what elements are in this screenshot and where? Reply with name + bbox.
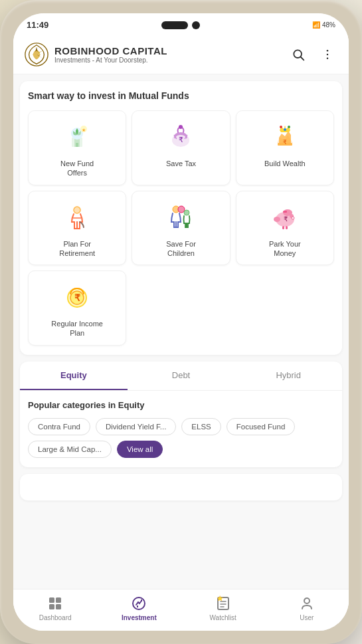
new-fund-icon: ★: [60, 119, 94, 154]
investment-nav-label: Investment: [122, 614, 157, 621]
build-wealth-icon: ₹: [268, 119, 302, 154]
svg-point-19: [288, 126, 290, 128]
svg-rect-32: [283, 211, 287, 213]
user-icon: [298, 595, 316, 612]
retirement-label: Plan ForRetirement: [59, 239, 95, 259]
svg-rect-29: [282, 226, 284, 229]
svg-text:₹: ₹: [284, 215, 288, 223]
status-bar: 11:49 📶 48%: [13, 13, 349, 34]
svg-rect-39: [49, 604, 54, 609]
dashboard-nav-label: Dashboard: [39, 614, 72, 621]
brand-tagline: Investments - At Your Doorstep.: [54, 56, 167, 64]
tag-contra-fund[interactable]: Contra Fund: [28, 418, 90, 435]
park-money-label: Park YourMoney: [269, 239, 301, 259]
svg-point-17: [280, 126, 282, 128]
invest-item-park-money[interactable]: ₹ Park YourMoney: [236, 191, 334, 266]
investment-icon: [130, 595, 147, 612]
tab-debt[interactable]: Debt: [128, 362, 235, 390]
svg-point-20: [74, 207, 80, 213]
battery-text: 48%: [322, 21, 335, 29]
svg-point-31: [292, 217, 294, 219]
svg-point-18: [284, 128, 286, 131]
tag-elss[interactable]: ELSS: [181, 418, 221, 435]
svg-point-3: [327, 50, 329, 52]
svg-text:★: ★: [82, 128, 86, 132]
tag-large-mid-cap[interactable]: Large & Mid Cap...: [28, 441, 112, 458]
svg-text:₹: ₹: [283, 139, 287, 146]
svg-rect-40: [56, 604, 61, 609]
phone-screen: 11:49 📶 48%: [13, 13, 349, 631]
tab-equity[interactable]: Equity: [20, 362, 128, 390]
categories-section: Popular categories in Equity Contra Fund…: [20, 391, 342, 467]
header-text: ROBINHOOD CAPITAL Investments - At Your …: [54, 45, 167, 64]
park-money-icon: ₹: [268, 199, 302, 234]
tab-hybrid[interactable]: Hybrid: [234, 362, 342, 390]
invest-item-children[interactable]: Save ForChildren: [132, 191, 230, 266]
app-logo: [24, 42, 49, 67]
nav-dashboard[interactable]: Dashboard: [13, 595, 97, 621]
main-scroll[interactable]: Smart way to invest in Mutual Funds: [13, 74, 349, 589]
svg-point-14: [179, 125, 183, 129]
dashboard-icon: [46, 595, 64, 612]
watchlist-icon: [215, 595, 232, 612]
new-fund-label: New FundOffers: [60, 159, 94, 178]
build-wealth-label: Build Wealth: [264, 159, 306, 168]
invest-item-build-wealth[interactable]: ₹ Build Wealth: [236, 110, 334, 185]
invest-item-regular-income[interactable]: ₹ Regular IncomePlan: [28, 270, 126, 346]
svg-point-4: [327, 54, 329, 56]
header-actions: [288, 44, 338, 65]
more-options-button[interactable]: [317, 44, 338, 65]
svg-rect-8: [76, 143, 78, 147]
svg-rect-30: [286, 226, 288, 229]
regular-income-icon: ₹: [60, 279, 94, 314]
partial-card: [20, 474, 342, 500]
svg-rect-42: [137, 605, 138, 607]
save-tax-icon: ₹: [163, 119, 198, 154]
svg-text:₹: ₹: [179, 136, 183, 144]
invest-item-new-fund[interactable]: ★ New FundOffers: [28, 110, 126, 185]
watchlist-nav-label: Watchlist: [210, 614, 236, 621]
invest-item-retirement[interactable]: Plan ForRetirement: [28, 191, 126, 266]
tag-view-all[interactable]: View all: [117, 441, 163, 458]
nav-investment[interactable]: Investment: [97, 595, 181, 621]
svg-point-46: [304, 598, 310, 603]
status-center: [161, 21, 200, 29]
retirement-icon: [60, 199, 94, 234]
svg-point-23: [178, 206, 185, 213]
camera-dot: [192, 21, 200, 29]
svg-rect-43: [141, 599, 142, 601]
signal-icon: 📶: [312, 21, 320, 29]
tag-focused-fund[interactable]: Focused Fund: [226, 418, 296, 435]
svg-rect-37: [49, 597, 54, 603]
smart-invest-title: Smart way to invest in Mutual Funds: [28, 90, 334, 101]
brand-name: ROBINHOOD CAPITAL: [54, 45, 167, 56]
svg-point-5: [327, 58, 329, 60]
invest-grid: ★ New FundOffers ₹: [28, 110, 334, 346]
save-tax-label: Save Tax: [166, 159, 196, 168]
svg-rect-38: [56, 597, 61, 603]
pill-indicator: [161, 21, 188, 29]
svg-line-2: [301, 57, 304, 60]
tag-dividend-yield[interactable]: Dividend Yield F...: [96, 418, 176, 435]
svg-text:₹: ₹: [74, 292, 80, 303]
user-nav-label: User: [300, 614, 314, 621]
app-header: ROBINHOOD CAPITAL Investments - At Your …: [13, 34, 349, 74]
nav-watchlist[interactable]: Watchlist: [181, 595, 265, 621]
header-logo-section: ROBINHOOD CAPITAL Investments - At Your …: [24, 42, 167, 67]
status-icons: 📶 48%: [312, 21, 335, 29]
tabs-row: Equity Debt Hybrid: [20, 362, 342, 391]
phone-frame: 11:49 📶 48%: [0, 0, 362, 644]
status-time: 11:49: [27, 20, 48, 30]
search-button[interactable]: [288, 44, 309, 65]
invest-item-save-tax[interactable]: ₹ Save Tax: [132, 110, 230, 185]
app-content: ROBINHOOD CAPITAL Investments - At Your …: [13, 34, 349, 631]
svg-point-26: [274, 217, 280, 222]
children-icon: [163, 199, 198, 234]
categories-title: Popular categories in Equity: [28, 400, 334, 410]
regular-income-label: Regular IncomePlan: [51, 319, 103, 338]
svg-point-24: [184, 210, 189, 215]
category-tags: Contra Fund Dividend Yield F... ELSS Foc…: [28, 418, 334, 458]
nav-user[interactable]: User: [265, 595, 349, 621]
smart-invest-section: Smart way to invest in Mutual Funds: [20, 81, 342, 355]
bottom-nav: Dashboard Investment: [13, 589, 349, 631]
